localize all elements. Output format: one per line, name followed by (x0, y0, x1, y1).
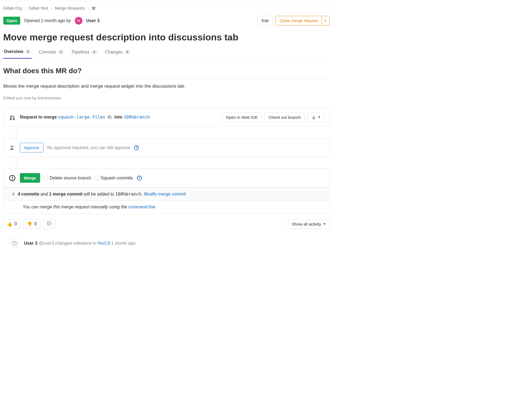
tab-count: 4 (58, 50, 64, 54)
widget-connector (16, 162, 16, 168)
chevron-right-icon[interactable] (11, 193, 14, 196)
command-line-link[interactable]: command line (128, 205, 156, 209)
svg-point-5 (79, 21, 80, 22)
svg-point-7 (13, 119, 14, 120)
thumbs-down-button[interactable]: 👎 0 (23, 220, 40, 229)
tab-pipelines[interactable]: Pipelines 4 (71, 49, 98, 59)
clock-icon (10, 239, 19, 248)
svg-point-14 (49, 223, 50, 223)
page-title: Move merge request description into disc… (3, 32, 330, 43)
svg-point-12 (47, 221, 51, 226)
copy-branch-icon[interactable] (107, 115, 112, 120)
smile-icon (47, 221, 52, 227)
thumbs-up-count: 0 (14, 221, 17, 226)
modify-commit-link[interactable]: Modify merge commit (144, 192, 186, 196)
download-icon (312, 115, 316, 120)
svg-point-6 (10, 119, 11, 120)
edit-button[interactable]: Edit (258, 16, 273, 25)
thumbs-up-icon: 👍 (7, 221, 12, 227)
svg-point-2 (79, 19, 80, 20)
tab-commits[interactable]: Commits 4 (38, 49, 64, 59)
svg-point-3 (78, 20, 79, 21)
caret-down-icon (318, 117, 320, 118)
delete-branch-checkbox[interactable]: Delete source branch (44, 176, 91, 181)
approver-icon (8, 145, 16, 151)
merge-icon (8, 114, 16, 120)
request-label: Request to merge (20, 115, 57, 119)
merge-action-widget: Merge Delete source branch Squash commit… (3, 168, 330, 214)
breadcrumb-section[interactable]: Merge Requests (55, 6, 85, 10)
tab-label: Overview (4, 49, 23, 54)
milestone-link[interactable]: %v1.0 (98, 241, 110, 246)
thumbs-down-count: 0 (34, 221, 37, 226)
timeline: User 3 @user3 changed milestone to %v1.0… (3, 239, 330, 248)
chevron-right-icon: › (25, 6, 26, 10)
squash-checkbox[interactable]: Squash commits (95, 176, 133, 181)
tab-changes[interactable]: Changes 8 (104, 49, 131, 59)
thumbs-up-button[interactable]: 👍 0 (3, 220, 20, 229)
timeline-handle: @user3 (38, 241, 54, 246)
close-mr-dropdown[interactable] (322, 16, 330, 25)
tab-label: Changes (105, 50, 122, 55)
manual-merge-row: You can merge this merge request manuall… (4, 200, 329, 213)
status-warning-icon (8, 175, 16, 181)
caret-down-icon (324, 20, 327, 22)
tab-label: Pipelines (72, 50, 89, 55)
breadcrumb-org[interactable]: Gitlab Org (3, 6, 22, 10)
description-heading: What does this MR do? (3, 67, 330, 79)
into-label: into (114, 115, 122, 119)
widget-connector (16, 132, 16, 138)
description-body: Moves the merge request description and … (3, 84, 330, 89)
edited-note: Edited just now by Administrator (3, 96, 330, 100)
thumbs-down-icon: 👎 (27, 221, 32, 227)
download-dropdown[interactable] (307, 113, 324, 122)
chevron-right-icon: › (51, 6, 52, 10)
tab-count: 4 (91, 50, 97, 54)
activity-filter-dropdown[interactable]: Show all activity (288, 219, 330, 229)
merge-source-widget: Request to merge squash-large-files into… (3, 108, 330, 127)
add-reaction-button[interactable] (43, 219, 55, 229)
approval-widget: Approve No approval required; you can st… (3, 138, 330, 157)
timeline-item: User 3 @user3 changed milestone to %v1.0… (3, 239, 330, 248)
merge-button[interactable]: Merge (20, 173, 40, 183)
approve-button[interactable]: Approve (20, 143, 43, 152)
tabs: Overview 8 Commits 4 Pipelines 4 Changes… (3, 49, 330, 59)
help-icon[interactable]: ? (137, 176, 142, 181)
tab-count: 8 (124, 50, 130, 54)
reactions-row: 👍 0 👎 0 Show all activity (3, 219, 330, 229)
svg-point-4 (77, 21, 78, 22)
chevron-right-icon: › (88, 6, 89, 10)
breadcrumb: Gitlab Org › Gitlab Test › Merge Request… (3, 6, 330, 10)
commit-summary-row: 4 commits and 1 merge commit will be add… (4, 187, 329, 200)
breadcrumb-project[interactable]: Gitlab Test (29, 6, 48, 10)
caret-down-icon (323, 223, 325, 225)
checkout-branch-button[interactable]: Check out branch (264, 113, 305, 122)
svg-point-1 (77, 19, 78, 20)
svg-point-13 (48, 223, 49, 223)
avatar[interactable] (75, 17, 82, 25)
tab-overview[interactable]: Overview 8 (3, 49, 32, 59)
target-branch[interactable]: 100%branch (124, 114, 150, 120)
opened-text: Opened 1 month ago by (24, 18, 71, 23)
breadcrumb-id: !2 (92, 6, 95, 10)
svg-rect-8 (109, 116, 111, 119)
svg-point-11 (12, 179, 13, 180)
mr-header: Open Opened 1 month ago by User 3 Edit C… (3, 16, 330, 25)
author-name[interactable]: User 3 (86, 18, 100, 23)
svg-point-9 (11, 145, 13, 147)
close-mr-button[interactable]: Close merge request (276, 16, 322, 25)
timeline-user[interactable]: User 3 (24, 241, 37, 246)
source-branch[interactable]: squash-large-files (58, 114, 105, 120)
avatar-icon (76, 18, 81, 23)
approval-text: No approval required; you can still appr… (47, 145, 130, 150)
open-web-ide-button[interactable]: Open in Web IDE (222, 113, 262, 122)
help-icon[interactable]: ? (134, 145, 139, 150)
status-badge: Open (3, 17, 20, 25)
tab-label: Commits (39, 50, 56, 55)
timeline-time: 1 month ago (111, 241, 136, 246)
tab-count: 8 (25, 49, 31, 54)
